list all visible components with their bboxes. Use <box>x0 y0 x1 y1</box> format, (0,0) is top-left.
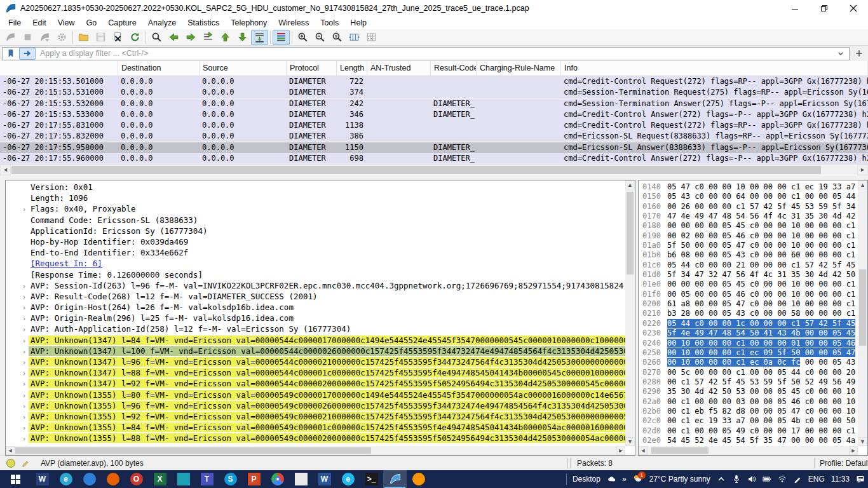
hex-row[interactable]: 02e054 45 52 4e 45 54 5f 35 47 00 00 00 … <box>639 436 858 445</box>
capture-stop-icon[interactable] <box>19 30 36 45</box>
expander-icon[interactable]: › <box>20 358 29 367</box>
zoom-reset-icon[interactable] <box>329 30 346 45</box>
detail-line[interactable]: ›AVP: Origin-Host(264) l=26 f=-M- val=ko… <box>6 302 625 313</box>
weather-text[interactable]: 27°C Partly sunny <box>646 470 714 488</box>
column-header-time[interactable] <box>0 61 118 76</box>
hex-row[interactable]: 02c000 c1 ec 19 33 a7 00 00 05 4b c0 00 … <box>639 416 858 426</box>
expert-info-icon[interactable] <box>6 459 15 468</box>
hex-row[interactable]: 01e000 00 00 00 05 45 c0 00 00 10 00 00 … <box>639 280 858 289</box>
detail-line[interactable]: Command Code: Ericsson-SL (8388633) <box>6 215 625 226</box>
column-header-info[interactable]: Info <box>561 61 868 76</box>
hex-row[interactable]: 01d05f 34 47 32 47 56 4f 4c 31 35 30 4d … <box>639 270 858 280</box>
expander-icon[interactable]: › <box>20 337 29 345</box>
packet-row[interactable]: -06-27 20:17:55.8320000.0.0.00.0.0.0DIAM… <box>0 131 868 142</box>
hex-row[interactable]: 01c005 44 c0 00 00 21 00 00 00 c1 57 42 … <box>639 261 858 270</box>
show-columns-icon[interactable] <box>363 30 380 45</box>
detail-line[interactable]: ›AVP: Unknown(1355) l=80 f=VM- vnd=Erics… <box>6 390 625 401</box>
hex-row[interactable]: 025000 10 00 00 00 c1 ec 09 5f 50 00 00 … <box>639 348 858 358</box>
auto-scroll-icon[interactable] <box>251 30 268 45</box>
hex-hscrollbar[interactable]: ◄ ► <box>639 446 858 455</box>
expander-icon[interactable]: › <box>20 282 29 290</box>
taskbar-app-chrome[interactable] <box>266 470 289 488</box>
go-first-icon[interactable] <box>217 30 234 45</box>
packet-list-hscrollbar[interactable]: ◄ ► <box>0 164 868 175</box>
detail-line[interactable]: ›AVP: Unknown(1347) l=96 f=VM- vnd=Erics… <box>6 357 625 368</box>
packet-row[interactable]: -06-27 20:15:53.5320000.0.0.00.0.0.0DIAM… <box>0 98 868 109</box>
hex-row[interactable]: 018000 00 00 00 05 45 c0 00 00 10 00 00 … <box>639 221 858 231</box>
detail-line[interactable]: [Response Time: 0.126000000 seconds] <box>6 270 625 281</box>
taskbar-app-wireshark[interactable] <box>383 470 407 488</box>
taskbar-app-firefox[interactable] <box>101 470 125 488</box>
detail-vscrollbar[interactable]: ▲ ▼ <box>625 180 635 446</box>
detail-line[interactable]: ›AVP: Unknown(1355) l=88 f=VM- vnd=Erics… <box>6 433 625 444</box>
packet-row[interactable]: -06-27 20:15:53.5330000.0.0.00.0.0.0DIAM… <box>0 109 868 120</box>
taskbar-app-word-doc[interactable]: W <box>313 470 336 488</box>
hex-row[interactable]: 01b0b6 08 00 00 05 43 c0 00 00 60 00 00 … <box>639 250 858 260</box>
column-header-protocol[interactable]: Protocol <box>287 61 337 76</box>
annotation-pencil-icon[interactable] <box>22 459 31 470</box>
detail-line[interactable]: ›AVP: Unknown(1347) l=92 f=VM- vnd=Erics… <box>6 379 625 390</box>
speaker-icon[interactable] <box>744 470 759 488</box>
close-file-icon[interactable] <box>109 30 126 45</box>
start-button[interactable] <box>0 470 31 488</box>
detail-line[interactable]: Version: 0x01 <box>6 182 625 193</box>
expander-icon[interactable]: › <box>20 380 29 388</box>
desktop-label[interactable]: Desktop <box>569 470 604 488</box>
taskbar-app-cmd[interactable]: >_ <box>360 470 383 488</box>
hex-row[interactable]: 029035 30 4d 42 50 53 00 00 05 45 c0 00 … <box>639 387 858 396</box>
open-file-icon[interactable] <box>75 30 92 45</box>
detail-line[interactable]: ›AVP: Unknown(1347) l=100 f=VM- vnd=Eric… <box>6 346 625 357</box>
detail-line[interactable]: Length: 1096 <box>6 193 625 204</box>
detail-line[interactable]: ›AVP: Result-Code(268) l=12 f=-M- val=DI… <box>6 292 625 302</box>
find-packet-icon[interactable] <box>148 30 165 45</box>
menu-edit[interactable]: Edit <box>27 17 52 29</box>
go-forward-icon[interactable] <box>182 30 200 45</box>
wifi-icon[interactable] <box>775 470 790 488</box>
menu-telephony[interactable]: Telephony <box>225 17 273 29</box>
expander-icon[interactable]: › <box>20 424 29 432</box>
packet-row[interactable]: -06-27 20:17:55.9600000.0.0.00.0.0.0DIAM… <box>0 153 868 164</box>
hex-row[interactable]: 015005 43 c0 00 00 64 00 00 00 c1 00 00 … <box>639 192 858 201</box>
expander-icon[interactable]: › <box>20 205 29 214</box>
hex-row[interactable]: 02305f 4e 49 47 48 54 50 41 43 4b 00 00 … <box>639 329 858 338</box>
column-header-destination[interactable]: Destination <box>118 61 200 76</box>
colorize-icon[interactable] <box>273 30 290 45</box>
expander-icon[interactable]: › <box>20 402 29 410</box>
taskbar-app-edge[interactable]: e <box>54 470 78 488</box>
restore-button[interactable] <box>810 0 839 17</box>
hex-row[interactable]: 017047 4e 49 47 48 54 56 4f 4c 31 35 30 … <box>639 212 858 221</box>
column-header-length[interactable]: Length <box>337 61 367 76</box>
expander-icon[interactable]: › <box>20 391 29 400</box>
menu-wireless[interactable]: Wireless <box>273 17 315 29</box>
taskbar-app-firefox-2[interactable] <box>407 470 430 488</box>
minimize-button[interactable] <box>780 0 810 17</box>
hex-row[interactable]: 026000 10 00 00 00 c1 ec 0a 0c fc 00 00 … <box>639 358 858 367</box>
capture-start-icon[interactable] <box>2 30 19 45</box>
hex-row[interactable]: 022005 44 c0 00 00 1c 00 00 00 c1 57 42 … <box>639 319 858 329</box>
taskbar-app-powerpoint[interactable]: P <box>242 470 266 488</box>
go-last-icon[interactable] <box>234 30 251 45</box>
hex-row[interactable]: 014005 47 c0 00 00 10 00 00 00 c1 ec 19 … <box>639 182 858 192</box>
menu-capture[interactable]: Capture <box>102 17 142 29</box>
hex-row[interactable]: 02b000 c1 eb f5 82 d8 00 00 05 47 c0 00 … <box>639 407 858 416</box>
menu-help[interactable]: Help <box>344 17 372 29</box>
detail-line[interactable]: ›AVP: Auth-Application-Id(258) l=12 f=-M… <box>6 324 625 335</box>
display-filter-field[interactable]: Apply a display filter ... <Ctrl-/> <box>2 47 850 60</box>
taskbar-app-word-w[interactable]: W <box>31 470 54 488</box>
capture-restart-icon[interactable] <box>36 30 53 45</box>
detail-line[interactable]: ApplicationId: Ericsson Sy (16777304) <box>6 226 625 237</box>
expander-icon[interactable]: › <box>20 348 29 356</box>
column-header-an-trusted[interactable]: AN-Trusted <box>367 61 431 76</box>
expander-icon[interactable]: › <box>20 413 29 421</box>
detail-line[interactable]: ›AVP: Unknown(1355) l=96 f=VM- vnd=Erics… <box>6 401 625 412</box>
zoom-in-icon[interactable] <box>294 30 311 45</box>
microphone-icon[interactable] <box>729 470 744 488</box>
expander-icon[interactable]: › <box>20 325 29 334</box>
menu-tools[interactable]: Tools <box>315 17 344 29</box>
detail-line[interactable]: ›AVP: Origin-Realm(296) l=25 f=-M- val=k… <box>6 313 625 324</box>
detail-line[interactable]: ›Flags: 0x40, Proxyable <box>6 204 625 215</box>
expander-icon[interactable]: › <box>20 435 29 443</box>
packet-row[interactable]: -06-27 20:15:53.5010000.0.0.00.0.0.0DIAM… <box>0 76 868 87</box>
detail-line[interactable]: Hop-by-Hop Identifier: 0x039da469 <box>6 237 625 248</box>
hex-row[interactable]: 019000 02 00 00 05 46 c0 00 00 10 00 00 … <box>639 231 858 241</box>
